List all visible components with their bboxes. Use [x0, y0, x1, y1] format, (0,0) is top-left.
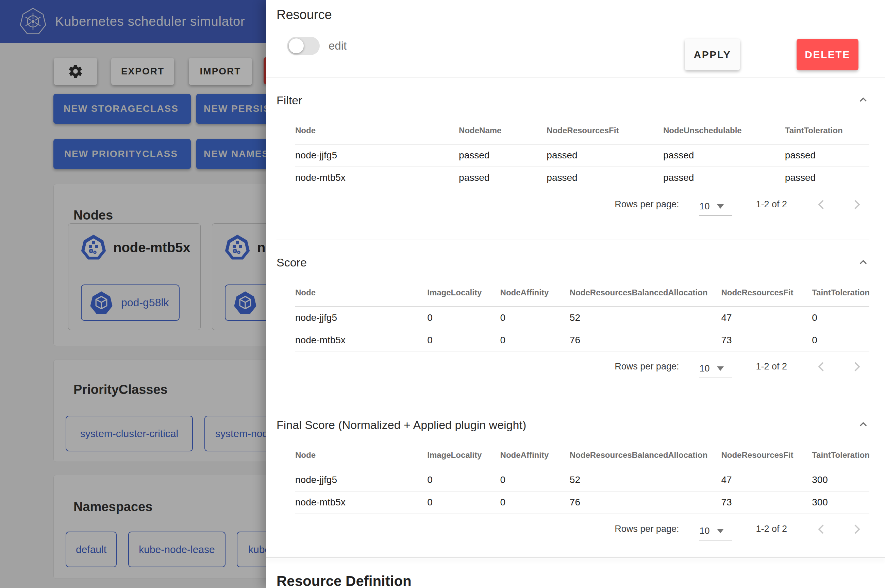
table-cell: 0 — [500, 307, 570, 329]
table-cell: node-jjfg5 — [295, 469, 427, 491]
table-cell: 0 — [427, 329, 500, 351]
delete-button[interactable]: DELETE — [796, 39, 858, 70]
column-header: Node — [295, 441, 427, 469]
drawer-section-final: Final Score (Normalized + Applied plugin… — [266, 418, 885, 544]
column-header: NodeAffinity — [500, 441, 570, 469]
column-header: NodeResourcesFit — [721, 279, 812, 307]
rows-per-page-value: 10 — [699, 526, 709, 536]
table-cell: 73 — [721, 491, 812, 514]
drawer-header: Resource edit APPLY DELETE — [266, 0, 885, 78]
column-header: Node — [295, 117, 459, 144]
table-cell: node-mtb5x — [295, 166, 459, 189]
table-cell: node-mtb5x — [295, 491, 427, 514]
filter-table: NodeNodeNameNodeResourcesFitNodeUnschedu… — [295, 117, 869, 189]
chevron-up-icon — [857, 102, 869, 107]
drawer-section-score: ScoreNodeImageLocalityNodeAffinityNodeRe… — [266, 256, 885, 402]
column-header: NodeAffinity — [500, 279, 570, 307]
table-cell: 47 — [721, 307, 812, 329]
next-page-button[interactable] — [850, 198, 864, 212]
column-header: NodeResourcesBalancedAllocation — [570, 279, 721, 307]
table-cell: passed — [459, 166, 547, 189]
table-cell: 0 — [812, 307, 869, 329]
resource-drawer: Resource edit APPLY DELETE FilterNodeNod… — [266, 0, 885, 588]
table-pagination: Rows per page:101-2 of 2 — [276, 198, 869, 219]
dropdown-caret-icon — [717, 204, 724, 209]
edit-toggle-label: edit — [329, 39, 347, 52]
table-cell: 76 — [570, 329, 721, 351]
section-title: Filter — [276, 94, 302, 107]
next-page-button[interactable] — [850, 522, 864, 537]
apply-button[interactable]: APPLY — [685, 39, 740, 70]
table-cell: 52 — [570, 307, 721, 329]
table-cell: 47 — [721, 469, 812, 491]
table-row: node-jjfg5passedpassedpassedpassed — [295, 144, 869, 166]
column-header: TaintToleration — [785, 117, 869, 144]
collapse-section-button[interactable] — [857, 94, 869, 106]
chevron-left-icon — [814, 532, 829, 537]
rows-per-page-label: Rows per page: — [615, 198, 679, 211]
edit-toggle-thumb — [289, 38, 304, 53]
previous-page-button[interactable] — [814, 198, 829, 212]
collapse-section-button[interactable] — [857, 419, 869, 431]
table-pagination: Rows per page:101-2 of 2 — [276, 522, 869, 544]
chevron-up-icon — [857, 427, 869, 432]
table-cell: 0 — [427, 307, 500, 329]
column-header: NodeResourcesFit — [721, 441, 812, 469]
table-cell: 0 — [427, 469, 500, 491]
table-cell: 52 — [570, 469, 721, 491]
table-row: node-mtb5x007673300 — [295, 491, 869, 514]
table-cell: passed — [785, 166, 869, 189]
table-cell: passed — [547, 144, 663, 166]
previous-page-button[interactable] — [814, 522, 829, 537]
rows-per-page-select[interactable]: 10 — [699, 360, 732, 378]
table-cell: passed — [459, 144, 547, 166]
drawer-section-filter: FilterNodeNodeNameNodeResourcesFitNodeUn… — [266, 93, 885, 240]
page-range-label: 1-2 of 2 — [756, 522, 787, 536]
score-table: NodeImageLocalityNodeAffinityNodeResourc… — [295, 279, 869, 352]
rows-per-page-select[interactable]: 10 — [699, 198, 732, 216]
table-cell: passed — [547, 166, 663, 189]
table-cell: passed — [785, 144, 869, 166]
column-header: NodeResourcesFit — [547, 117, 663, 144]
resource-definition-title: Resource Definition — [276, 573, 885, 588]
table-cell: 0 — [812, 329, 869, 351]
results-card-bottom-edge — [266, 557, 885, 558]
next-page-button[interactable] — [850, 360, 864, 375]
final-table: NodeImageLocalityNodeAffinityNodeResourc… — [295, 441, 869, 514]
table-cell: 0 — [427, 491, 500, 514]
section-title: Score — [276, 256, 307, 269]
chevron-up-icon — [857, 265, 869, 270]
page-range-label: 1-2 of 2 — [756, 198, 787, 211]
column-header: NodeName — [459, 117, 547, 144]
column-header: TaintToleration — [812, 441, 869, 469]
section-title: Final Score (Normalized + Applied plugin… — [276, 418, 526, 432]
table-row: node-jjfg50052470 — [295, 307, 869, 329]
drawer-title: Resource — [276, 8, 332, 22]
column-header: Node — [295, 279, 427, 307]
previous-page-button[interactable] — [814, 360, 829, 375]
table-cell: passed — [663, 144, 785, 166]
chevron-left-icon — [814, 208, 829, 213]
table-cell: 300 — [812, 469, 869, 491]
table-row: node-jjfg5005247300 — [295, 469, 869, 491]
edit-toggle[interactable] — [287, 37, 320, 55]
column-header: NodeUnschedulable — [663, 117, 785, 144]
chevron-right-icon — [850, 532, 864, 537]
table-row: node-mtb5xpassedpassedpassedpassed — [295, 166, 869, 189]
rows-per-page-label: Rows per page: — [615, 522, 679, 536]
collapse-section-button[interactable] — [857, 256, 869, 269]
rows-per-page-select[interactable]: 10 — [699, 522, 732, 540]
table-cell: node-jjfg5 — [295, 307, 427, 329]
column-header: TaintToleration — [812, 279, 869, 307]
rows-per-page-label: Rows per page: — [615, 360, 679, 373]
column-header: ImageLocality — [427, 441, 500, 469]
table-cell: 76 — [570, 491, 721, 514]
chevron-right-icon — [850, 370, 864, 375]
chevron-left-icon — [814, 370, 829, 375]
dropdown-caret-icon — [717, 529, 724, 533]
rows-per-page-value: 10 — [699, 363, 709, 374]
table-cell: node-mtb5x — [295, 329, 427, 351]
drawer-sections: FilterNodeNodeNameNodeResourcesFitNodeUn… — [266, 93, 885, 544]
section-divider — [276, 402, 869, 402]
table-row: node-mtb5x0076730 — [295, 329, 869, 351]
